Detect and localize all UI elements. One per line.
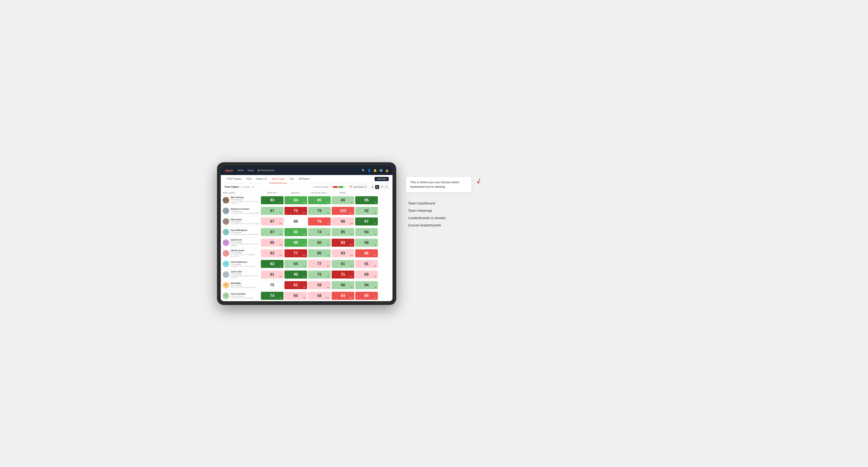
- table-row[interactable]: AAaron Nicholls11-15 HandicapDrift Golf …: [221, 290, 393, 301]
- nav-home[interactable]: Home: [238, 169, 244, 172]
- player-handicap: Plus Handicap: [231, 198, 260, 201]
- score-cell[interactable]: 81-3▼: [261, 271, 283, 279]
- score-cell[interactable]: 748▲: [261, 292, 283, 300]
- score-cell[interactable]: 941▲: [355, 228, 378, 236]
- score-cell[interactable]: 77-14▼: [284, 249, 307, 257]
- col-off-tee[interactable]: Off the Tee ↕: [260, 192, 284, 194]
- score-cell[interactable]: 801▲: [308, 249, 331, 257]
- score-change: 8▲: [303, 276, 306, 277]
- table-row[interactable]: JJosh Coles1-5 HandicapRoyal North Devon…: [221, 269, 393, 280]
- score-cell[interactable]: 60-1▼: [284, 292, 307, 300]
- score-cell[interactable]: 814▲: [332, 260, 354, 268]
- player-handicap: 11-15 Handicap: [231, 295, 254, 297]
- score-value: 95: [294, 272, 298, 277]
- tab-tour[interactable]: Tour: [287, 175, 296, 183]
- table-row[interactable]: BBlair McHargPlus HandicapRoyal North De…: [221, 195, 393, 206]
- score-cell[interactable]: 73-11▼: [284, 207, 307, 215]
- score-cell[interactable]: 803▲: [308, 239, 331, 247]
- list-view-button[interactable]: ☰: [380, 185, 384, 189]
- nav-my-performance[interactable]: My Performance: [257, 169, 275, 172]
- settings-icon[interactable]: ⚙️: [379, 169, 383, 172]
- filter-button[interactable]: ⬇: [384, 185, 389, 189]
- table-row[interactable]: CCharlie Quick6-10 HandicapSt. George's …: [221, 248, 393, 259]
- score-cell[interactable]: 874▲: [261, 228, 283, 236]
- score-cell[interactable]: 89-2▼: [355, 271, 378, 279]
- score-cell[interactable]: 799▲: [308, 207, 331, 215]
- person-icon[interactable]: 👤: [368, 169, 371, 172]
- table-row[interactable]: DDave Billingham1-5 HandicapGog Magog Go…: [221, 227, 393, 238]
- col-player-quality[interactable]: Player Quality ↕: [223, 192, 260, 194]
- player-info: CCharlie Quick6-10 HandicapSt. George's …: [223, 249, 260, 257]
- table-row[interactable]: EElliot Ebert1-5 HandicapSunningdale Gol…: [221, 216, 393, 227]
- score-cell[interactable]: 975▲: [355, 217, 378, 225]
- score-cell[interactable]: 92-3▼: [355, 207, 378, 215]
- score-cell[interactable]: 75: [261, 281, 283, 289]
- score-cell[interactable]: 75-3▼: [308, 217, 331, 225]
- score-cell[interactable]: 959▲: [355, 196, 378, 204]
- score-cell[interactable]: 61-3▼: [284, 281, 307, 289]
- table-row[interactable]: CChris Robertson1-5 HandicapCraigmillar …: [221, 259, 393, 269]
- add-team-button[interactable]: Add Team: [375, 177, 389, 181]
- score-cell[interactable]: 88-1▼: [332, 196, 354, 204]
- change-bar-red: [333, 186, 338, 188]
- tab-all-players[interactable]: All Players: [296, 175, 312, 183]
- tab-pgat-players[interactable]: PGAT Players: [224, 175, 244, 183]
- score-cell[interactable]: 71-11▼: [332, 271, 354, 279]
- score-cell[interactable]: 963▲: [355, 239, 378, 247]
- player-club: St. George's Hill GC - Weybridge - Surre…: [231, 254, 260, 257]
- avatar-icon[interactable]: 🧑: [385, 169, 389, 172]
- col-around-green[interactable]: Around the Green ↕: [308, 192, 331, 194]
- nav-teams[interactable]: Teams: [247, 169, 254, 172]
- score-cell[interactable]: 858▲: [308, 196, 331, 204]
- score-cell[interactable]: 86-8▼: [355, 249, 378, 257]
- avatar: C: [223, 261, 229, 267]
- score-cell[interactable]: 602▲: [284, 260, 307, 268]
- score-cell[interactable]: 85-4▼: [355, 292, 378, 300]
- score-cell[interactable]: 846▲: [284, 196, 307, 204]
- score-cell[interactable]: 943▲: [355, 281, 378, 289]
- tab-hcaps[interactable]: Hcaps 1-5: [254, 175, 269, 183]
- score-cell[interactable]: 83-6▼: [332, 249, 354, 257]
- score-cell[interactable]: 83-3▼: [261, 249, 283, 257]
- table-view-button[interactable]: ▦: [375, 185, 379, 189]
- score-value: 60: [294, 262, 298, 266]
- score-value: 75: [317, 272, 321, 277]
- score-cell[interactable]: 584▲: [308, 281, 331, 289]
- col-approach[interactable]: Approach ↕: [284, 192, 308, 194]
- table-row[interactable]: EEdward Crossman1-5 HandicapSunningdale …: [221, 206, 393, 216]
- score-cell[interactable]: 87-3▼: [261, 217, 283, 225]
- score-cell[interactable]: 752▲: [308, 271, 331, 279]
- score-cell[interactable]: 871▲: [261, 207, 283, 215]
- grid-view-button[interactable]: ⊞: [370, 185, 375, 189]
- score-cell[interactable]: 5810▲: [308, 292, 331, 300]
- bell-icon[interactable]: 🔔: [373, 169, 377, 172]
- score-cell[interactable]: 958▲: [284, 271, 307, 279]
- search-icon[interactable]: 🔍: [362, 169, 365, 172]
- col-putting[interactable]: Putting ↕: [331, 192, 355, 194]
- last-rounds-button[interactable]: 📅 Last Rounds: 20: [348, 185, 368, 189]
- score-cell[interactable]: 88-2▼: [332, 281, 354, 289]
- score-cell[interactable]: 824▲: [284, 228, 307, 236]
- score-cell[interactable]: 85-3▼: [261, 239, 283, 247]
- score-cell[interactable]: 77-3▼: [308, 260, 331, 268]
- score-cell[interactable]: 823▲: [261, 260, 283, 268]
- tab-team-clippd[interactable]: Team Clippd: [269, 175, 287, 183]
- score-cell[interactable]: 83-10▼: [332, 239, 354, 247]
- score-cell[interactable]: 91-3▼: [355, 260, 378, 268]
- score-change: -3▼: [279, 223, 282, 224]
- score-cell[interactable]: 86-6▼: [332, 217, 354, 225]
- score-cell[interactable]: 741▲: [308, 228, 331, 236]
- score-cell[interactable]: 934▲: [261, 196, 283, 204]
- score-cell[interactable]: 85-3▼: [332, 228, 354, 236]
- score-cell[interactable]: 10315▲: [332, 207, 354, 215]
- edit-icon[interactable]: ✏️: [252, 186, 255, 188]
- score-cell[interactable]: 897▲: [284, 239, 307, 247]
- table-row[interactable]: MMatt Miller6-10 HandicapWoburn Golf Clu…: [221, 280, 393, 290]
- tab-pga[interactable]: PGA: [244, 175, 253, 183]
- player-name: Edward Crossman: [231, 208, 260, 210]
- score-change: 6▲: [303, 201, 306, 203]
- table-row[interactable]: DDavid FordPlus HandicapRoyal North Devo…: [221, 238, 393, 248]
- score-cell[interactable]: 84-21▼: [332, 292, 354, 300]
- score-cell[interactable]: 88: [284, 217, 307, 225]
- score-change: 2▲: [303, 265, 306, 267]
